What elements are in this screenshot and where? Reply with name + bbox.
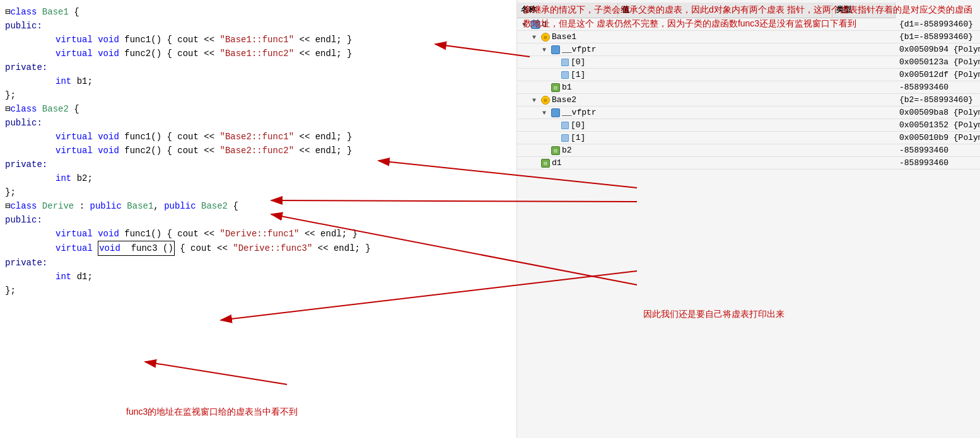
code-line: int b1;: [0, 74, 516, 88]
table-row: [1]0x005010b9 {Polymorphism-07.exe!B...v…: [517, 132, 980, 144]
row-name: ▼__vfptr: [517, 107, 895, 119]
row-value: {d1=-858993460}: [895, 18, 980, 31]
key-icon: ⚙: [541, 33, 550, 42]
row-name-text: [1]: [571, 133, 585, 142]
code-line: };: [0, 88, 516, 102]
row-name: ▼__vfptr: [517, 43, 895, 56]
row-name-text: d1: [552, 158, 562, 168]
cube-icon: [531, 20, 540, 29]
table-row: ▼⚙Base2{b2=-858993460}Base2: [517, 94, 980, 107]
table-row: [0]0x00501352 {Polymorphism-07.exe![t...…: [517, 119, 980, 132]
code-line: virtual void func1 () { cout << "Base2::…: [0, 130, 516, 144]
header-value: 值: [618, 3, 832, 18]
code-line: public:: [0, 19, 516, 33]
tree-toggle-icon[interactable]: ▼: [542, 110, 550, 117]
row-value: -858993460: [895, 81, 980, 94]
row-name: ▼⚙Base2: [517, 94, 895, 107]
code-line: public:: [0, 116, 516, 130]
code-line: int b2;: [0, 171, 516, 185]
table-row: ▼__vfptr0x00509ba8 {Polymorphism-07.exe!…: [517, 107, 980, 119]
row-name-text: [0]: [571, 120, 585, 130]
row-name: ▼d: [517, 18, 895, 31]
small-cube-icon: [561, 134, 569, 142]
row-name: [1]: [517, 69, 895, 81]
small-cube-icon: [561, 59, 569, 66]
code-line: virtual void func2 () { cout << "Base2::…: [0, 144, 516, 158]
row-value: -858993460: [895, 157, 980, 170]
code-line: private:: [0, 61, 516, 74]
code-panel: ⊟ class Base1 { public: virtual void fun…: [0, 0, 517, 438]
cube-icon: [551, 108, 560, 117]
row-name: [0]: [517, 56, 895, 69]
code-line: int d1;: [0, 270, 516, 284]
row-value: 0x00509ba8 {Polymorphism-07.exe!v...: [895, 107, 980, 119]
code-line: };: [0, 284, 516, 297]
row-value: {b1=-858993460}: [895, 31, 980, 43]
row-name: [0]: [517, 119, 895, 132]
row-name-text: b1: [562, 83, 572, 92]
row-name-text: d: [542, 20, 547, 29]
lock-icon: ⊟: [551, 83, 560, 92]
row-name: [1]: [517, 132, 895, 144]
row-value: 0x0050123a {Polymorphism-07.exe!D...: [895, 56, 980, 69]
small-cube-icon: [561, 122, 569, 129]
lock-icon: ⊟: [551, 146, 560, 155]
key-icon: ⚙: [541, 96, 550, 105]
row-name-text: __vfptr: [562, 45, 597, 54]
code-line: ⊟ class Base1 {: [0, 5, 516, 19]
code-line: virtual void func2 () { cout << "Base1::…: [0, 47, 516, 61]
cube-icon: [551, 45, 560, 54]
tree-toggle-icon[interactable]: ▼: [532, 97, 540, 105]
row-value: 0x00509b94 {Polymorphism-07.exe!v...: [895, 43, 980, 56]
code-line: ⊟ class Base2 {: [0, 102, 516, 116]
lock-icon: ⊟: [541, 159, 550, 168]
row-name: ⊟b1: [517, 81, 895, 94]
main-container: ⊟ class Base1 { public: virtual void fun…: [0, 0, 980, 438]
table-row: ⊟b2-858993460int: [517, 144, 980, 157]
table-row: ⊟b1-858993460int: [517, 81, 980, 94]
debug-table: 名称 值 类型 ▼d{d1=-858993460}Derive▼⚙Base1{b…: [517, 3, 980, 170]
row-name: ⊟b2: [517, 144, 895, 157]
table-row: ⊟d1-858993460int: [517, 157, 980, 170]
header-type: 类型: [832, 3, 895, 18]
table-row: [0]0x0050123a {Polymorphism-07.exe!D...v…: [517, 56, 980, 69]
row-value: {b2=-858993460}: [895, 94, 980, 107]
debug-panel: 名称 值 类型 ▼d{d1=-858993460}Derive▼⚙Base1{b…: [517, 0, 980, 438]
tree-toggle-icon[interactable]: ▼: [542, 47, 550, 54]
code-line: public:: [0, 213, 516, 227]
row-value: -858993460: [895, 144, 980, 157]
table-row: ▼d{d1=-858993460}Derive: [517, 18, 980, 31]
table-row: [1]0x005012df {Polymorphism-07.exe!B...v…: [517, 69, 980, 81]
small-cube-icon: [561, 71, 569, 79]
code-line: private:: [0, 158, 516, 171]
row-name: ▼⚙Base1: [517, 31, 895, 43]
row-name-text: Base2: [552, 95, 576, 105]
code-line: };: [0, 185, 516, 199]
table-row: ▼__vfptr0x00509b94 {Polymorphism-07.exe!…: [517, 43, 980, 56]
row-name-text: [0]: [571, 57, 585, 67]
row-value: 0x00501352 {Polymorphism-07.exe![t...: [895, 119, 980, 132]
row-value: 0x005012df {Polymorphism-07.exe!B...: [895, 69, 980, 81]
row-name-text: __vfptr: [562, 108, 597, 117]
table-row: ▼⚙Base1{b1=-858993460}Base1: [517, 31, 980, 43]
code-line-highlight: virtual void func3 () { cout << "Derive:…: [0, 241, 516, 256]
debug-table-header: 名称 值 类型: [517, 3, 895, 18]
row-name: ⊟d1: [517, 157, 895, 170]
row-name-text: b2: [562, 146, 572, 155]
row-value: 0x005010b9 {Polymorphism-07.exe!B...: [895, 132, 980, 144]
tree-toggle-icon[interactable]: ▼: [522, 21, 530, 29]
row-name-text: [1]: [571, 70, 585, 79]
header-name: 名称: [517, 3, 618, 18]
tree-toggle-icon[interactable]: ▼: [532, 34, 540, 42]
code-line: ⊟ class Derive : public Base1 , public B…: [0, 199, 516, 213]
code-line: private:: [0, 256, 516, 270]
annotation-func3: func3的地址在监视窗口给的虚表当中看不到: [126, 406, 298, 418]
row-name-text: Base1: [552, 32, 576, 42]
code-line: virtual void func1 () { cout << "Derive:…: [0, 227, 516, 241]
code-line: virtual void func1 () { cout << "Base1::…: [0, 33, 516, 47]
